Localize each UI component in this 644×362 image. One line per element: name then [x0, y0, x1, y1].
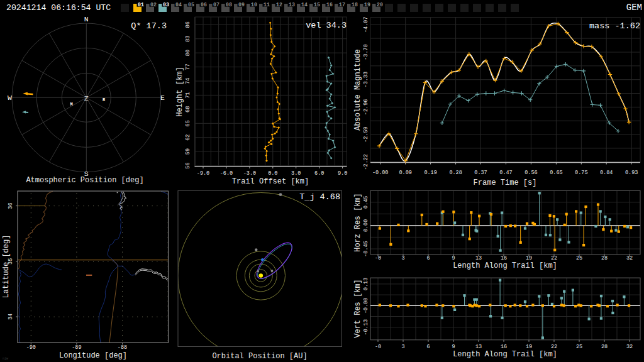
svg-text:-0: -0: [375, 344, 381, 350]
svg-text:0.00: 0.00: [363, 219, 369, 232]
svg-text:6: 6: [426, 344, 430, 350]
svg-text:-0.00: -0.00: [372, 170, 389, 176]
svg-text:0.09: 0.09: [399, 170, 411, 176]
svg-text:0.45: 0.45: [363, 196, 369, 209]
svg-text:16: 16: [326, 2, 333, 8]
svg-text:18: 18: [352, 2, 358, 8]
svg-text:-3.0: -3.0: [243, 170, 256, 177]
svg-text:W: W: [8, 94, 12, 102]
svg-text:9: 9: [452, 255, 455, 261]
svg-text:-2.59: -2.59: [363, 126, 369, 143]
svg-text:Latitude [deg]: Latitude [deg]: [2, 235, 11, 299]
svg-text:74: 74: [185, 78, 191, 84]
svg-text:njw: njw: [3, 357, 8, 361]
svg-text:13: 13: [475, 344, 482, 350]
svg-text:Longitude [deg]: Longitude [deg]: [59, 351, 127, 360]
svg-text:-3.70: -3.70: [363, 44, 369, 60]
svg-text:Q* 17.3: Q* 17.3: [131, 21, 167, 31]
svg-text:Vert Res [km]: Vert Res [km]: [353, 279, 362, 338]
svg-text:6: 6: [426, 255, 430, 261]
svg-text:02: 02: [150, 2, 157, 8]
svg-text:6.0: 6.0: [314, 170, 324, 177]
svg-text:-88: -88: [118, 344, 127, 351]
svg-text:28: 28: [601, 255, 608, 261]
svg-text:0.37: 0.37: [474, 170, 487, 176]
svg-text:0.28: 0.28: [449, 170, 462, 176]
svg-text:16: 16: [501, 344, 507, 350]
svg-text:-0.00: -0.00: [363, 298, 369, 314]
svg-text:71: 71: [185, 92, 191, 98]
svg-text:Trail Offset [km]: Trail Offset [km]: [232, 177, 309, 186]
svg-text:3.0: 3.0: [291, 170, 301, 177]
svg-text:0.93: 0.93: [625, 170, 638, 176]
svg-text:77: 77: [185, 63, 191, 70]
svg-text:Length Along Trail [km]: Length Along Trail [km]: [453, 261, 557, 270]
svg-text:01: 01: [138, 2, 144, 8]
svg-text:0.19: 0.19: [424, 170, 436, 176]
svg-text:-0.13: -0.13: [363, 319, 369, 336]
svg-text:22: 22: [551, 344, 557, 350]
svg-text:65: 65: [185, 120, 191, 126]
svg-text:N: N: [84, 15, 89, 23]
svg-text:vel 34.3: vel 34.3: [306, 21, 347, 30]
svg-text:08: 08: [226, 2, 232, 8]
svg-text:Atmospheric Position [deg]: Atmospheric Position [deg]: [26, 176, 143, 185]
svg-text:68: 68: [185, 106, 191, 112]
svg-text:36: 36: [8, 202, 14, 209]
svg-text:20241214 06:16:54 UTC: 20241214 06:16:54 UTC: [6, 3, 111, 13]
svg-text:0.75: 0.75: [575, 170, 587, 176]
svg-text:0.13: 0.13: [363, 278, 369, 290]
svg-text:07: 07: [213, 2, 219, 8]
svg-text:Z: Z: [84, 94, 89, 102]
svg-text:mass -1.62: mass -1.62: [589, 21, 640, 31]
svg-text:19: 19: [526, 344, 532, 350]
svg-text:-90: -90: [26, 344, 36, 351]
svg-text:03: 03: [163, 2, 169, 8]
svg-text:06: 06: [201, 2, 207, 8]
svg-text:0.47: 0.47: [499, 170, 512, 176]
svg-text:56: 56: [185, 162, 191, 168]
svg-text:-0: -0: [375, 255, 381, 261]
svg-text:M: M: [70, 102, 72, 107]
svg-text:25: 25: [576, 344, 582, 350]
svg-text:14: 14: [301, 2, 308, 8]
svg-text:17: 17: [339, 2, 345, 8]
svg-text:28: 28: [601, 344, 608, 350]
svg-text:0.0: 0.0: [268, 170, 277, 177]
svg-text:32: 32: [626, 255, 633, 261]
svg-text:9: 9: [452, 344, 455, 350]
svg-text:05: 05: [188, 2, 194, 8]
svg-text:22: 22: [551, 255, 557, 261]
svg-text:25: 25: [576, 255, 582, 261]
svg-text:Horz Res [km]: Horz Res [km]: [353, 193, 362, 252]
svg-text:13: 13: [289, 2, 295, 8]
svg-text:19: 19: [364, 2, 370, 8]
svg-text:0.84: 0.84: [600, 170, 613, 176]
svg-text:-3.33: -3.33: [363, 72, 369, 88]
svg-text:62: 62: [185, 134, 191, 141]
svg-text:Length Along Trail [km]: Length Along Trail [km]: [453, 350, 557, 359]
svg-text:0.65: 0.65: [550, 170, 562, 176]
svg-text:-4.07: -4.07: [363, 17, 369, 33]
svg-text:3: 3: [401, 344, 404, 350]
svg-text:16: 16: [501, 255, 507, 261]
svg-text:83: 83: [185, 36, 191, 42]
svg-text:32: 32: [626, 344, 633, 350]
svg-text:3: 3: [401, 255, 404, 261]
svg-text:04: 04: [175, 2, 182, 8]
svg-text:-6.0: -6.0: [220, 170, 233, 177]
svg-text:Frame Time [s]: Frame Time [s]: [474, 178, 537, 187]
svg-text:Height [km]: Height [km]: [175, 67, 184, 116]
svg-text:E: E: [160, 94, 165, 102]
svg-text:12: 12: [276, 2, 282, 8]
svg-text:Absolute Magnitude: Absolute Magnitude: [353, 49, 362, 131]
svg-text:GEM: GEM: [626, 3, 642, 13]
svg-text:15: 15: [314, 2, 320, 8]
svg-text:34: 34: [8, 314, 14, 320]
svg-text:86: 86: [185, 21, 191, 28]
svg-text:0.56: 0.56: [525, 170, 537, 176]
svg-text:13: 13: [475, 255, 482, 261]
svg-text:10: 10: [251, 2, 257, 8]
svg-text:Orbital Position [AU]: Orbital Position [AU]: [212, 352, 307, 361]
svg-text:-89: -89: [72, 344, 81, 351]
